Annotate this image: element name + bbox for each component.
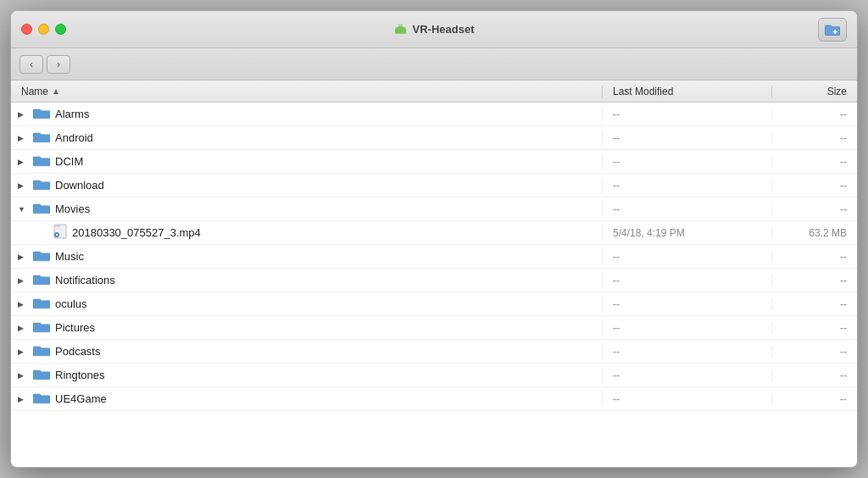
title-bar: VR-Headset [11,11,857,48]
file-icon [53,224,67,242]
file-label: Notifications [55,274,115,286]
table-row[interactable]: ▶ Podcasts---- [11,340,857,364]
table-row[interactable]: ▶ Notifications---- [11,269,857,292]
new-folder-button[interactable] [818,18,847,42]
folder-icon [33,248,50,264]
file-modified-cell: -- [603,180,772,192]
file-label: oculus [55,297,87,310]
maximize-button[interactable] [55,24,66,35]
file-name-cell: ▶ Notifications [11,272,603,288]
file-size-cell: -- [772,108,857,120]
file-size-cell: -- [772,180,857,192]
traffic-lights [21,24,66,35]
folder-icon [33,153,50,170]
col-header-size[interactable]: Size [772,86,857,97]
file-label: Music [55,250,84,263]
file-name-cell: ▶ Download [11,177,603,193]
file-name-cell: ▶ DCIM [11,153,603,170]
expand-arrow[interactable]: ▶ [18,158,28,166]
file-label: Pictures [55,321,95,334]
file-modified-cell: -- [603,346,772,358]
expand-arrow[interactable]: ▶ [18,253,28,261]
expand-arrow[interactable]: ▶ [18,395,28,403]
folder-icon [33,367,50,383]
file-modified-cell: -- [603,322,772,334]
folder-icon [33,106,50,122]
file-name-cell: ▶ Music [11,248,603,264]
file-name-cell: ▶ oculus [11,296,603,312]
col-header-modified[interactable]: Last Modified [603,86,772,97]
file-label: Movies [55,203,90,215]
back-button[interactable]: ‹ [19,55,43,74]
window-title: VR-Headset [413,23,475,36]
file-modified-cell: 5/4/18, 4:19 PM [603,227,772,239]
file-modified-cell: -- [603,370,772,381]
file-size-cell: -- [772,156,857,168]
file-name-cell: ▶ Android [11,130,603,146]
file-label: Ringtones [55,369,105,381]
expand-arrow[interactable]: ▶ [18,371,28,380]
expand-arrow[interactable]: ▶ [18,134,28,142]
folder-icon [33,320,50,336]
forward-button[interactable]: › [47,55,70,74]
file-modified-cell: -- [603,108,772,120]
toolbar: ‹ › [11,48,857,81]
file-list[interactable]: ▶ Alarms----▶ Android----▶ DCIM----▶ Dow… [11,103,857,467]
file-label: DCIM [55,155,83,168]
file-label: Alarms [55,108,89,120]
col-header-name[interactable]: Name ▲ [11,86,603,97]
expand-arrow[interactable]: ▶ [18,181,28,190]
folder-icon [33,391,50,407]
file-modified-cell: -- [603,393,772,405]
svg-rect-3 [55,225,60,227]
android-icon [394,23,408,36]
table-row[interactable]: 20180330_075527_3.mp45/4/18, 4:19 PM63.2… [11,221,857,245]
file-size-cell: 63.2 MB [772,227,857,239]
window-title-area: VR-Headset [394,23,475,36]
finder-window: VR-Headset ‹ › Name ▲ Last Modified Size [10,10,858,468]
file-label: Android [55,131,93,144]
folder-icon [33,201,50,217]
file-size-cell: -- [772,322,857,334]
expand-arrow[interactable]: ▶ [18,347,28,356]
file-name-cell: ▶ Podcasts [11,343,603,359]
table-row[interactable]: ▶ Pictures---- [11,316,857,340]
file-size-cell: -- [772,393,857,405]
expand-arrow[interactable]: ▼ [18,205,28,214]
expand-arrow[interactable]: ▶ [18,300,28,308]
table-row[interactable]: ▶ Alarms---- [11,103,857,126]
file-modified-cell: -- [603,132,772,144]
expand-arrow[interactable]: ▶ [18,324,28,332]
table-row[interactable]: ▶ Android---- [11,126,857,150]
table-row[interactable]: ▶ oculus---- [11,292,857,316]
file-size-cell: -- [772,132,857,144]
file-modified-cell: -- [603,298,772,310]
table-row[interactable]: ▶ Ringtones---- [11,364,857,387]
file-modified-cell: -- [603,156,772,168]
file-label: Download [55,179,104,192]
file-name-cell: ▶ UE4Game [11,391,603,407]
sort-arrow: ▲ [52,86,60,96]
new-folder-icon [825,23,840,36]
file-label: UE4Game [55,392,107,405]
table-row[interactable]: ▶ Download---- [11,174,857,197]
file-modified-cell: -- [603,203,772,215]
folder-icon [33,296,50,312]
file-modified-cell: -- [603,251,772,263]
table-row[interactable]: ▶ DCIM---- [11,150,857,174]
folder-icon [33,272,50,288]
column-header: Name ▲ Last Modified Size [11,81,857,103]
file-size-cell: -- [772,346,857,358]
folder-icon [33,130,50,146]
table-row[interactable]: ▶ UE4Game---- [11,387,857,411]
expand-arrow[interactable]: ▶ [18,276,28,285]
close-button[interactable] [21,24,32,35]
file-size-cell: -- [772,203,857,215]
file-name-cell: ▶ Ringtones [11,367,603,383]
file-label: 20180330_075527_3.mp4 [72,226,201,239]
expand-arrow[interactable]: ▶ [18,110,28,119]
table-row[interactable]: ▶ Music---- [11,245,857,269]
table-row[interactable]: ▼ Movies---- [11,197,857,221]
minimize-button[interactable] [38,24,49,35]
file-size-cell: -- [772,275,857,286]
